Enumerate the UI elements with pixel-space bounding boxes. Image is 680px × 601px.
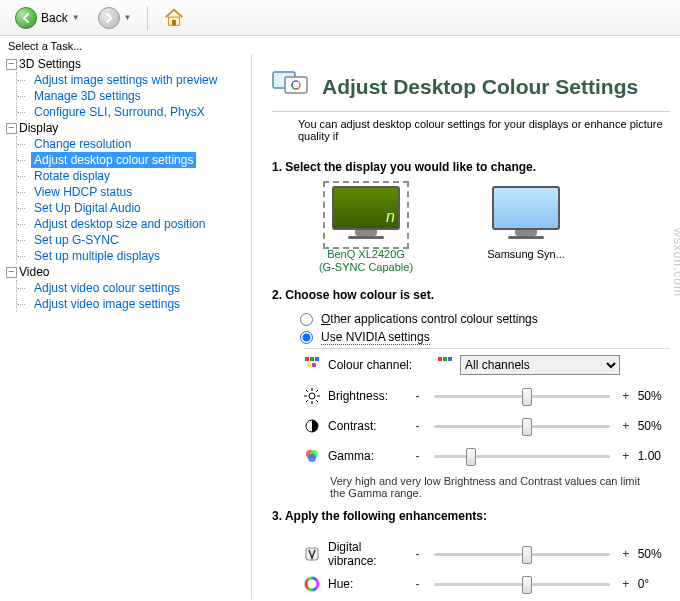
forward-arrow-icon	[98, 7, 120, 29]
svg-rect-15	[448, 357, 452, 361]
divider	[272, 111, 670, 112]
intro-text: You can adjust desktop colour settings f…	[298, 118, 670, 142]
hue-icon	[304, 576, 320, 592]
all-channels-icon	[438, 357, 452, 374]
svg-line-24	[306, 400, 308, 402]
tree-group-video[interactable]: − Video	[6, 264, 251, 280]
home-icon	[163, 7, 185, 29]
minus-icon: -	[414, 389, 422, 403]
svg-rect-10	[307, 363, 311, 367]
tree-item-manage-3d[interactable]: Manage 3D settings	[31, 88, 144, 104]
gamma-label: Gamma:	[328, 449, 406, 463]
display-samsung[interactable]: Samsung Syn...	[466, 184, 586, 274]
plus-icon: +	[622, 419, 630, 433]
collapse-icon: −	[6, 267, 17, 278]
collapse-icon: −	[6, 59, 17, 70]
svg-point-16	[309, 393, 315, 399]
minus-icon: -	[414, 547, 422, 561]
vibrance-value: 50%	[638, 547, 670, 561]
tree-item-change-resolution[interactable]: Change resolution	[31, 136, 134, 152]
sidebar-tree: − 3D Settings Adjust image settings with…	[0, 54, 252, 599]
colour-channel-icon	[304, 356, 320, 375]
gamma-note: Very high and very low Brightness and Co…	[330, 475, 650, 499]
contrast-slider[interactable]	[430, 416, 614, 436]
tree-item-multiple-displays[interactable]: Set up multiple displays	[31, 248, 163, 264]
nvidia-logo-icon: n	[386, 208, 395, 226]
contrast-label: Contrast:	[328, 419, 406, 433]
home-button[interactable]	[156, 3, 192, 33]
tree-group-display[interactable]: − Display	[6, 120, 251, 136]
display-name: Samsung Syn...	[466, 248, 586, 261]
display-sub: (G-SYNC Capable)	[306, 261, 426, 274]
svg-rect-1	[172, 19, 176, 25]
brightness-value: 50%	[638, 389, 670, 403]
tree-group-3d-settings[interactable]: − 3D Settings	[6, 56, 251, 72]
collapse-icon: −	[6, 123, 17, 134]
back-label: Back	[41, 11, 68, 25]
tree-item-configure-sli[interactable]: Configure SLI, Surround, PhysX	[31, 104, 208, 120]
tree-group-label: Display	[19, 121, 58, 135]
svg-rect-13	[438, 357, 442, 361]
monitors-icon	[272, 68, 312, 105]
hue-label: Hue:	[328, 577, 406, 591]
back-arrow-icon	[15, 7, 37, 29]
gamma-icon	[304, 448, 320, 464]
svg-rect-11	[312, 363, 316, 367]
plus-icon: +	[622, 389, 630, 403]
svg-rect-7	[305, 357, 309, 361]
svg-line-23	[316, 390, 318, 392]
toolbar-divider	[147, 6, 148, 30]
tree-item-video-colour[interactable]: Adjust video colour settings	[31, 280, 183, 296]
gamma-slider[interactable]	[430, 446, 614, 466]
tree-item-gsync[interactable]: Set up G-SYNC	[31, 232, 122, 248]
plus-icon: +	[622, 577, 630, 591]
tree-item-desktop-size-position[interactable]: Adjust desktop size and position	[31, 216, 208, 232]
back-dropdown-icon: ▼	[72, 13, 80, 22]
radio-other-apps[interactable]	[300, 313, 313, 326]
brightness-label: Brightness:	[328, 389, 406, 403]
minus-icon: -	[414, 449, 422, 463]
hue-slider[interactable]	[430, 574, 614, 594]
step1-heading: 1. Select the display you would like to …	[272, 160, 670, 174]
tree-item-adjust-desktop-colour[interactable]: Adjust desktop colour settings	[31, 152, 196, 168]
step3-heading: 3. Apply the following enhancements:	[272, 509, 670, 523]
svg-point-28	[308, 454, 316, 462]
gamma-value: 1.00	[638, 449, 670, 463]
display-benq[interactable]: n BenQ XL2420G (G-SYNC Capable)	[306, 184, 426, 274]
colour-channel-select[interactable]: All channels	[460, 355, 620, 375]
tree-item-rotate-display[interactable]: Rotate display	[31, 168, 113, 184]
svg-rect-3	[285, 77, 307, 93]
watermark: wsxdn.com	[671, 228, 680, 297]
tree-item-video-image[interactable]: Adjust video image settings	[31, 296, 183, 312]
forward-button[interactable]: ▼	[91, 3, 139, 33]
tree-group-label: Video	[19, 265, 49, 279]
back-button[interactable]: Back ▼	[8, 3, 87, 33]
display-name: BenQ XL2420G	[306, 248, 426, 261]
contrast-icon	[304, 418, 320, 434]
hue-value: 0°	[638, 577, 670, 591]
radio-other-apps-label: Other applications control colour settin…	[321, 312, 538, 326]
brightness-icon	[304, 388, 320, 404]
plus-icon: +	[622, 547, 630, 561]
vibrance-label: Digital vibrance:	[328, 540, 406, 568]
minus-icon: -	[414, 577, 422, 591]
radio-nvidia-settings-label: Use NVIDIA settings	[321, 330, 430, 344]
tree-item-digital-audio[interactable]: Set Up Digital Audio	[31, 200, 144, 216]
plus-icon: +	[622, 449, 630, 463]
svg-line-22	[316, 400, 318, 402]
radio-nvidia-settings[interactable]	[300, 331, 313, 344]
tree-item-view-hdcp[interactable]: View HDCP status	[31, 184, 135, 200]
vibrance-slider[interactable]	[430, 544, 614, 564]
vibrance-icon	[304, 546, 320, 562]
colour-channel-label: Colour channel:	[328, 358, 412, 372]
minus-icon: -	[414, 419, 422, 433]
svg-rect-8	[310, 357, 314, 361]
svg-rect-9	[315, 357, 319, 361]
step2-heading: 2. Choose how colour is set.	[272, 288, 670, 302]
brightness-slider[interactable]	[430, 386, 614, 406]
svg-line-21	[306, 390, 308, 392]
tree-item-adjust-image-preview[interactable]: Adjust image settings with preview	[31, 72, 220, 88]
contrast-value: 50%	[638, 419, 670, 433]
svg-point-30	[306, 578, 318, 590]
page-title: Adjust Desktop Colour Settings	[322, 75, 638, 99]
